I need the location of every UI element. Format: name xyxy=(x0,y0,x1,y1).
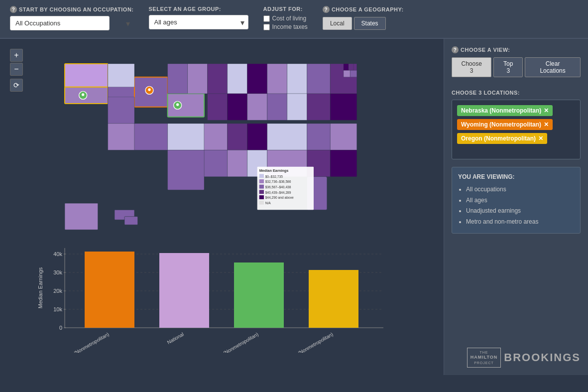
svg-rect-26 xyxy=(168,124,204,150)
svg-text:0: 0 xyxy=(59,325,62,331)
income-taxes-row: Income taxes xyxy=(263,23,308,30)
nebraska-tag-label: Nebraska (Nonmetropolitan) xyxy=(461,107,541,114)
svg-rect-20 xyxy=(267,94,287,120)
oregon-remove-icon[interactable]: ✕ xyxy=(538,135,543,142)
nebraska-remove-icon[interactable]: ✕ xyxy=(544,107,549,114)
svg-point-53 xyxy=(176,103,179,106)
cost-living-label: Cost of living xyxy=(272,15,307,22)
cost-living-checkbox[interactable] xyxy=(263,15,270,22)
view-section-title: ? CHOOSE A VIEW: xyxy=(452,46,581,53)
locations-box: Nebraska (Nonmetropolitan) ✕ Wyoming (No… xyxy=(452,100,581,159)
svg-rect-27 xyxy=(204,124,228,150)
viewing-item-earnings: Unadjusted earnings xyxy=(466,206,574,217)
locations-section: CHOOSE 3 LOCATIONS: Nebraska (Nonmetropo… xyxy=(452,90,581,159)
occupation-select-wrapper: All Occupations xyxy=(10,16,134,30)
occupation-help-icon[interactable]: ? xyxy=(10,6,17,13)
map-area: + − ⟳ xyxy=(0,39,444,375)
viewing-item-areas: Metro and non-metro areas xyxy=(466,217,574,228)
wyoming-tag-label: Wyoming (Nonmetropolitan) xyxy=(461,121,541,128)
svg-rect-45 xyxy=(349,64,353,70)
svg-rect-1 xyxy=(65,64,108,87)
svg-rect-23 xyxy=(330,94,356,120)
geography-label: ? CHOOSE A GEOGRAPHY: xyxy=(323,6,404,13)
clear-locations-button[interactable]: Clear Locations xyxy=(525,57,581,77)
age-select[interactable]: All ages xyxy=(149,15,248,29)
svg-text:$36,587–$40,438: $36,587–$40,438 xyxy=(265,185,291,189)
svg-rect-62 xyxy=(259,190,264,194)
geography-section: ? CHOOSE A GEOGRAPHY: Local States xyxy=(323,6,404,30)
svg-rect-8 xyxy=(188,64,208,94)
choose-3-button[interactable]: Choose 3 xyxy=(452,57,491,77)
svg-rect-21 xyxy=(287,94,307,120)
wyoming-remove-icon[interactable]: ✕ xyxy=(544,121,549,128)
us-map-svg[interactable]: Median Earnings $0–$32,735 $32,736–$36,5… xyxy=(20,44,408,243)
svg-text:20k: 20k xyxy=(53,288,62,294)
age-label: SELECT AN AGE GROUP: xyxy=(149,6,248,12)
brookings-text: BROOKINGS xyxy=(504,351,581,364)
svg-rect-9 xyxy=(208,64,228,94)
map-legend: Median Earnings $0–$32,735 $32,736–$36,5… xyxy=(257,167,314,210)
svg-text:N/A: N/A xyxy=(265,201,271,205)
svg-rect-22 xyxy=(307,94,331,120)
zoom-out-button[interactable]: − xyxy=(10,63,23,76)
svg-rect-33 xyxy=(204,150,228,176)
map-container: Median Earnings $0–$32,735 $32,736–$36,5… xyxy=(20,44,454,253)
svg-rect-29 xyxy=(247,124,267,150)
zoom-in-button[interactable]: + xyxy=(10,49,23,62)
svg-rect-24 xyxy=(108,124,134,150)
nebraska-tag[interactable]: Nebraska (Nonmetropolitan) ✕ xyxy=(457,105,553,116)
age-select-wrapper: All ages xyxy=(149,15,248,29)
svg-rect-60 xyxy=(259,185,264,189)
geo-states-button[interactable]: States xyxy=(354,17,386,30)
viewing-section: YOU ARE VIEWING: All occupations All age… xyxy=(452,167,581,234)
view-buttons: Choose 3 Top 3 Clear Locations xyxy=(452,57,581,77)
nebraska-bar-label: Nebraska (Nonmetropolitan) xyxy=(203,331,259,353)
svg-rect-38 xyxy=(330,150,356,176)
income-taxes-checkbox[interactable] xyxy=(263,24,270,30)
svg-rect-56 xyxy=(259,174,264,178)
svg-rect-7 xyxy=(168,64,188,94)
viewing-item-ages: All ages xyxy=(466,195,574,206)
income-taxes-label: Income taxes xyxy=(272,23,308,30)
occupation-section: ? START BY CHOOSING AN OCCUPATION: All O… xyxy=(10,6,134,30)
svg-text:$40,439–$44,289: $40,439–$44,289 xyxy=(265,191,291,194)
wyoming-tag[interactable]: Wyoming (Nonmetropolitan) ✕ xyxy=(457,119,553,130)
geography-help-icon[interactable]: ? xyxy=(323,6,330,13)
svg-rect-17 xyxy=(208,94,228,120)
svg-rect-32 xyxy=(330,124,356,150)
svg-rect-18 xyxy=(228,94,247,120)
svg-rect-11 xyxy=(247,64,267,94)
svg-rect-25 xyxy=(134,124,168,150)
oregon-tag[interactable]: Oregon (Nonmetropolitan) ✕ xyxy=(457,133,547,144)
svg-rect-66 xyxy=(259,201,264,205)
svg-rect-44 xyxy=(344,64,349,70)
oregon-bar-label: Oregon (Nonmetropolitan) xyxy=(281,331,334,353)
svg-rect-34 xyxy=(228,150,247,176)
svg-rect-5 xyxy=(168,94,204,117)
svg-rect-41 xyxy=(65,203,98,230)
viewing-item-occupations: All occupations xyxy=(466,184,574,195)
occupation-select[interactable]: All Occupations xyxy=(10,16,110,30)
svg-rect-40 xyxy=(168,150,204,190)
geo-local-button[interactable]: Local xyxy=(323,17,352,30)
svg-rect-16 xyxy=(108,97,134,124)
bar-chart-area: 0 10k 20k 30k 40k Median Earnings xyxy=(35,243,439,358)
svg-rect-12 xyxy=(267,64,287,94)
oregon-tag-label: Oregon (Nonmetropolitan) xyxy=(461,135,536,142)
svg-text:$44,290 and above: $44,290 and above xyxy=(265,196,294,199)
top-3-button[interactable]: Top 3 xyxy=(493,57,523,77)
svg-rect-19 xyxy=(247,94,267,120)
svg-point-51 xyxy=(148,88,150,91)
oregon-pin xyxy=(79,91,87,99)
occupation-label: ? START BY CHOOSING AN OCCUPATION: xyxy=(10,6,134,13)
nebraska-bar xyxy=(234,262,284,328)
cost-living-row: Cost of living xyxy=(263,15,308,22)
svg-rect-13 xyxy=(287,64,307,94)
age-section: SELECT AN AGE GROUP: All ages xyxy=(149,6,248,29)
wyoming-bar xyxy=(85,252,134,328)
main-content: + − ⟳ xyxy=(0,39,588,375)
refresh-button[interactable]: ⟳ xyxy=(10,79,23,92)
wyoming-bar-label: Wyoming (Nonmetropolitan) xyxy=(54,331,110,353)
adjust-section: ADJUST FOR: Cost of living Income taxes xyxy=(263,6,308,32)
svg-text:$0–$32,735: $0–$32,735 xyxy=(265,175,283,178)
